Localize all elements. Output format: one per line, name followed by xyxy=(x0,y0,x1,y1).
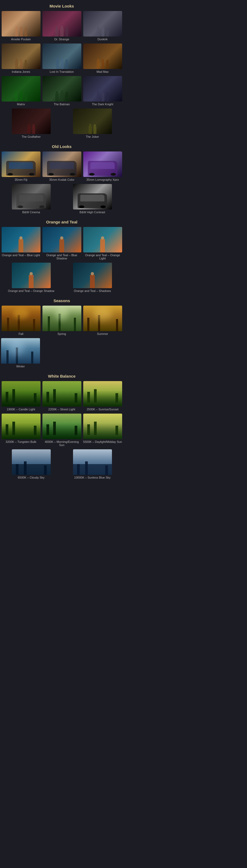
list-item[interactable]: 10000K – Sunless Blue Sky xyxy=(73,449,112,481)
white-balance-grid-2col: 6500K – Cloudy Sky 10000K – Sunless Blue… xyxy=(0,449,123,481)
thumbnail-10000k xyxy=(73,449,112,475)
thumbnail-ot-bluelight xyxy=(2,227,40,252)
thumbnail-ot-blueshadow xyxy=(42,227,81,252)
section-movie-looks: Movie Looks Amelie Poulain xyxy=(0,0,123,141)
label-ot-orangelight: Orange and Teal – Orange Light xyxy=(83,253,122,260)
label-madmax: Mad Max xyxy=(96,70,109,73)
old-looks-grid-2col: B&W Cinema B&W High Contrast xyxy=(0,183,123,216)
thumbnail-4000k xyxy=(42,413,81,439)
section-white-balance: White Balance 1900K – Candle Light xyxy=(0,370,123,481)
list-item[interactable]: The Batman xyxy=(42,76,82,107)
label-ot-blueshadow: Orange and Teal – Blue Shadow xyxy=(42,253,82,260)
label-4000k: 4000K – Morning/Evening Sun xyxy=(42,440,82,446)
label-6500k: 6500K – Cloudy Sky xyxy=(18,476,44,479)
thumbnail-6500k xyxy=(12,449,51,475)
label-bwcinema: B&W Cinema xyxy=(22,211,40,214)
label-35fiji: 35mm Fiji xyxy=(14,178,27,181)
list-item[interactable]: Orange and Teal – Shadows xyxy=(73,262,112,294)
list-item[interactable]: Summer xyxy=(83,306,122,337)
white-balance-grid: 1900K – Candle Light 2200K – Street Ligh… xyxy=(0,380,123,449)
thumbnail-dunkirk xyxy=(83,11,122,36)
list-item[interactable]: 6500K – Cloudy Sky xyxy=(12,449,51,481)
thumbnail-darknight xyxy=(83,76,122,101)
list-item[interactable]: 5500K – Daylight/Midday Sun xyxy=(83,413,122,448)
label-matrix: Matrix xyxy=(17,102,25,106)
thumbnail-indiana xyxy=(2,43,40,69)
label-5500k: 5500K – Daylight/Midday Sun xyxy=(83,440,122,443)
label-1900k: 1900K – Candle Light xyxy=(7,408,35,411)
label-darknight: The Dark Knight xyxy=(92,102,113,106)
section-orange-teal: Orange and Teal Orange and Teal – Blue L… xyxy=(0,216,123,294)
label-10000k: 10000K – Sunless Blue Sky xyxy=(74,476,111,479)
label-godfather: The Godfather xyxy=(22,135,41,138)
thumbnail-madmax xyxy=(83,43,122,69)
label-lost: Lost In Translation xyxy=(50,70,74,73)
thumbnail-amelie xyxy=(2,11,40,36)
seasons-winter-row: Winter xyxy=(0,338,123,370)
list-item[interactable]: Lost In Translation xyxy=(42,43,82,75)
list-item[interactable]: Spring xyxy=(42,306,82,337)
list-item[interactable]: 2200K – Street Light xyxy=(42,381,82,412)
label-2200k: 2200K – Street Light xyxy=(48,408,75,411)
orange-teal-grid: Orange and Teal – Blue Light Orange and … xyxy=(0,226,123,262)
label-spring: Spring xyxy=(58,332,66,335)
section-title-movie-looks: Movie Looks xyxy=(0,0,123,10)
list-item[interactable]: Dr. Strange xyxy=(42,11,82,42)
label-winter: Winter xyxy=(17,365,25,368)
list-item[interactable]: 35mm Lomography Xpro xyxy=(83,152,122,183)
section-title-seasons: Seasons xyxy=(0,294,123,305)
thumbnail-ot-shadows xyxy=(73,262,112,288)
label-ot-bluelight: Orange and Teal – Blue Light xyxy=(2,253,40,257)
label-ot-shadows: Orange and Teal – Shadows xyxy=(74,289,111,292)
list-item[interactable]: 3200K – Tungsten Bulb xyxy=(1,413,41,448)
label-amelie: Amelie Poulain xyxy=(11,38,31,41)
list-item[interactable]: 2500K – Sunrise/Sunset xyxy=(83,381,122,412)
section-seasons: Seasons Fall xyxy=(0,294,123,370)
thumbnail-35lomo xyxy=(83,152,122,177)
list-item[interactable]: 35mm Fiji xyxy=(1,152,41,183)
list-item[interactable]: Orange and Teal – Orange Light xyxy=(83,227,122,261)
list-item[interactable]: Mad Max xyxy=(83,43,122,75)
list-item[interactable]: The Dark Knight xyxy=(83,76,122,107)
thumbnail-godfather xyxy=(12,108,51,134)
thumbnail-35fiji xyxy=(2,152,40,177)
seasons-grid: Fall Spring xyxy=(0,305,123,338)
section-title-white-balance: White Balance xyxy=(0,370,123,380)
thumbnail-joker xyxy=(73,108,112,134)
list-item[interactable]: Orange and Teal – Blue Light xyxy=(1,227,41,261)
label-indiana: Indiana Jones xyxy=(12,70,30,73)
thumbnail-matrix xyxy=(2,76,40,101)
orange-teal-grid-2col: Orange and Teal – Orange Shadow Orange a… xyxy=(0,262,123,294)
thumbnail-5500k xyxy=(83,413,122,439)
thumbnail-batman xyxy=(42,76,81,101)
list-item[interactable]: 35mm Kodak Color xyxy=(42,152,82,183)
list-item[interactable]: Amelie Poulain xyxy=(1,11,41,42)
thumbnail-1900k xyxy=(2,381,40,407)
list-item[interactable]: 1900K – Candle Light xyxy=(1,381,41,412)
thumbnail-bwcinema xyxy=(12,184,51,210)
section-old-looks: Old Looks 35mm Fiji xyxy=(0,141,123,216)
label-summer: Summer xyxy=(97,332,108,335)
list-item[interactable]: B&W High Contrast xyxy=(73,184,112,215)
list-item[interactable]: Orange and Teal – Orange Shadow xyxy=(8,262,55,294)
list-item[interactable]: Matrix xyxy=(1,76,41,107)
list-item[interactable]: The Godfather xyxy=(12,108,51,140)
label-dunkirk: Dunkirk xyxy=(97,38,107,41)
list-item[interactable]: Winter xyxy=(1,338,40,370)
thumbnail-fall xyxy=(2,306,40,331)
list-item[interactable]: The Joker xyxy=(73,108,112,140)
thumbnail-summer xyxy=(83,306,122,331)
list-item[interactable]: B&W Cinema xyxy=(12,184,51,215)
list-item[interactable]: Orange and Teal – Blue Shadow xyxy=(42,227,82,261)
list-item[interactable]: Indiana Jones xyxy=(1,43,41,75)
list-item[interactable]: Dunkirk xyxy=(83,11,122,42)
movie-looks-grid: Amelie Poulain Dr. Strange xyxy=(0,10,123,108)
label-2500k: 2500K – Sunrise/Sunset xyxy=(87,408,119,411)
list-item[interactable]: 4000K – Morning/Evening Sun xyxy=(42,413,82,448)
thumbnail-3200k xyxy=(2,413,40,439)
thumbnail-bwhigh xyxy=(73,184,112,210)
thumbnail-winter xyxy=(1,338,40,364)
thumbnail-dr-strange xyxy=(42,11,81,36)
thumbnail-2500k xyxy=(83,381,122,407)
list-item[interactable]: Fall xyxy=(1,306,41,337)
